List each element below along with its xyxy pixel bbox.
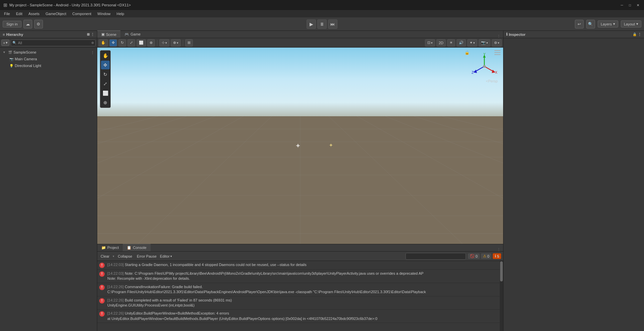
- hierarchy-item-samplescene[interactable]: ▼ 🎬 SampleScene ⋮: [0, 49, 97, 56]
- svg-line-11: [357, 116, 503, 244]
- tab-console[interactable]: 📋 Console: [123, 244, 150, 251]
- console-clear-chevron[interactable]: ▾: [113, 255, 114, 258]
- menu-help[interactable]: Help: [114, 11, 127, 16]
- menu-gameobject[interactable]: GameObject: [43, 11, 69, 16]
- console-editor-label: Editor: [160, 254, 170, 258]
- console-content[interactable]: ! [14:22:03] Starting a Gradle Daemon, 1…: [97, 261, 503, 331]
- scene-toolbar-right: ⊡ ▾ 2D ☀ 🔊 ✦ ▾ 📷: [425, 39, 502, 47]
- sign-in-button[interactable]: Sign in: [3, 21, 21, 27]
- console-error-pause-button[interactable]: Error Pause: [136, 254, 158, 259]
- console-editor-dropdown[interactable]: Editor ▾: [160, 254, 172, 258]
- gizmo-hand-button[interactable]: ✋: [101, 51, 110, 60]
- hierarchy-item-maincamera[interactable]: 📷 Main Camera: [0, 56, 97, 62]
- play-icon: ▶: [310, 21, 313, 27]
- gizmos-button[interactable]: ⊛ ▾: [492, 39, 502, 47]
- scene-viewport[interactable]: .grid-line { stroke: #999; stroke-width:…: [97, 48, 503, 244]
- console-clear-button[interactable]: Clear: [99, 254, 111, 259]
- inspector-more-icon[interactable]: ⋮: [638, 32, 641, 36]
- gizmo-combined-button[interactable]: ⊕: [101, 98, 110, 107]
- info-badge-icon: ℹ: [495, 254, 496, 258]
- pivot-button[interactable]: ⊹ ▾: [159, 39, 169, 47]
- window-title: My project - SampleScene - Android - Uni…: [9, 3, 131, 7]
- gizmo-move-button[interactable]: ✥: [101, 61, 110, 69]
- scene-3d-gizmo[interactable]: Y X Z: [471, 53, 498, 80]
- toolbar-separator-2: [183, 40, 183, 46]
- console-row-1[interactable]: ! [14:22:03] Starting a Gradle Daemon, 1…: [97, 261, 500, 270]
- menu-window[interactable]: Window: [95, 11, 113, 16]
- console-time-2: [14:22:03]: [107, 271, 125, 275]
- minimize-button[interactable]: ─: [619, 2, 625, 8]
- persp-label[interactable]: <Persp: [486, 79, 498, 83]
- hidden-meshes-button[interactable]: 📷 ▾: [479, 39, 490, 47]
- toolbar-center: ▶ ⏸ ⏭: [307, 19, 337, 29]
- hierarchy-content: ▼ 🎬 SampleScene ⋮ 📷 Main Camera 💡 Direct…: [0, 48, 97, 331]
- 2d-toggle-button[interactable]: 2D: [436, 39, 446, 47]
- console-row-4[interactable]: ! [14:22:26] Build completed with a resu…: [97, 296, 500, 310]
- hierarchy-item-directionallight[interactable]: 💡 Directional Light: [0, 62, 97, 69]
- undo-button[interactable]: ↩: [575, 20, 584, 28]
- scale-tool-button[interactable]: ⤢: [127, 39, 135, 47]
- lighting-button[interactable]: ☀: [447, 39, 455, 47]
- step-button[interactable]: ⏭: [328, 19, 337, 29]
- inspector-header-left: ℹ Inspector: [506, 32, 526, 37]
- fx-button[interactable]: ✦ ▾: [467, 39, 477, 47]
- hand-tool-button[interactable]: ✋: [99, 39, 108, 47]
- layers-label: Layers: [601, 22, 612, 26]
- hierarchy-more-icon[interactable]: ⋮: [91, 32, 94, 36]
- play-button[interactable]: ▶: [307, 19, 316, 29]
- scene-hamburger-menu[interactable]: [494, 50, 500, 55]
- hierarchy-search-options-icon[interactable]: ⊕: [91, 41, 94, 45]
- console-error-badge[interactable]: 🚫 0: [468, 253, 480, 259]
- scene-sky: [97, 48, 503, 126]
- hierarchy-add-button[interactable]: + ▾: [1, 40, 9, 46]
- hierarchy-header-left: ≡ Hierarchy: [3, 32, 23, 37]
- maximize-button[interactable]: □: [627, 2, 633, 8]
- console-info-badge[interactable]: ℹ 5: [493, 253, 501, 259]
- orientation-icon: ⊕: [173, 41, 176, 45]
- menu-component[interactable]: Component: [69, 11, 94, 16]
- menu-file[interactable]: File: [1, 11, 13, 16]
- console-row-2[interactable]: ! [14:22:03] Note: C:\Program Files\UP\M…: [97, 270, 500, 283]
- cloud-button[interactable]: ☁: [23, 20, 32, 28]
- project-tab-icon: 📁: [101, 246, 106, 250]
- layout-label: Layout: [624, 22, 635, 26]
- grid-snap-button[interactable]: ⊞: [185, 39, 193, 47]
- console-warning-badge[interactable]: ⚠ 0: [481, 253, 491, 259]
- hierarchy-search-input[interactable]: [23, 41, 90, 45]
- tab-game[interactable]: 🎮 Game: [120, 30, 145, 38]
- console-scrollbar[interactable]: [500, 261, 503, 331]
- console-collapse-button[interactable]: Collapse: [116, 254, 133, 259]
- rotate-tool-button[interactable]: ↻: [118, 39, 126, 47]
- layers-dropdown[interactable]: Layers ▾: [598, 20, 618, 27]
- close-button[interactable]: ✕: [635, 2, 641, 8]
- window-controls[interactable]: ─ □ ✕: [619, 2, 641, 8]
- orientation-button[interactable]: ⊕ ▾: [171, 39, 181, 47]
- scene-lock-icon[interactable]: 🔒: [465, 50, 470, 55]
- audio-button[interactable]: 🔊: [457, 39, 466, 47]
- settings-button[interactable]: ⚙: [34, 20, 43, 28]
- menu-assets[interactable]: Assets: [26, 11, 42, 16]
- move-tool-button[interactable]: ✥: [109, 39, 117, 47]
- svg-line-15: [414, 116, 503, 244]
- gizmo-scale-button[interactable]: ⤢: [101, 79, 110, 88]
- menu-edit[interactable]: Edit: [13, 11, 25, 16]
- tab-project[interactable]: 📁 Project: [97, 244, 123, 251]
- console-row-5[interactable]: ! [14:22:26] UnityEditor.BuildPlayerWind…: [97, 310, 500, 323]
- toolbar: Sign in ☁ ⚙ ▶ ⏸ ⏭ ↩ 🔍 Layers ▾ Layout: [0, 17, 644, 31]
- search-button[interactable]: 🔍: [586, 20, 595, 28]
- console-search-input[interactable]: [406, 253, 466, 260]
- pause-button[interactable]: ⏸: [317, 19, 327, 29]
- gizmo-rotate-button[interactable]: ↻: [101, 70, 110, 79]
- svg-text:X: X: [495, 71, 497, 74]
- combined-tool-button[interactable]: ⊕: [147, 39, 155, 47]
- inspector-lock-icon[interactable]: 🔒: [633, 32, 637, 36]
- gizmo-rect-button[interactable]: ⬜: [101, 89, 110, 97]
- console-row-3[interactable]: ! [14:22:26] CommandInvokationFailure: G…: [97, 283, 500, 296]
- layout-dropdown[interactable]: Layout ▾: [621, 20, 641, 27]
- hierarchy-pin-icon[interactable]: ⊞: [87, 32, 90, 36]
- rect-tool-button[interactable]: ⬜: [137, 39, 146, 47]
- console-scrollbar-thumb[interactable]: [500, 261, 503, 281]
- shading-button[interactable]: ⊡ ▾: [425, 39, 435, 47]
- tab-scene[interactable]: ▣ Scene: [97, 30, 120, 38]
- samplescene-more-icon[interactable]: ⋮: [91, 51, 94, 54]
